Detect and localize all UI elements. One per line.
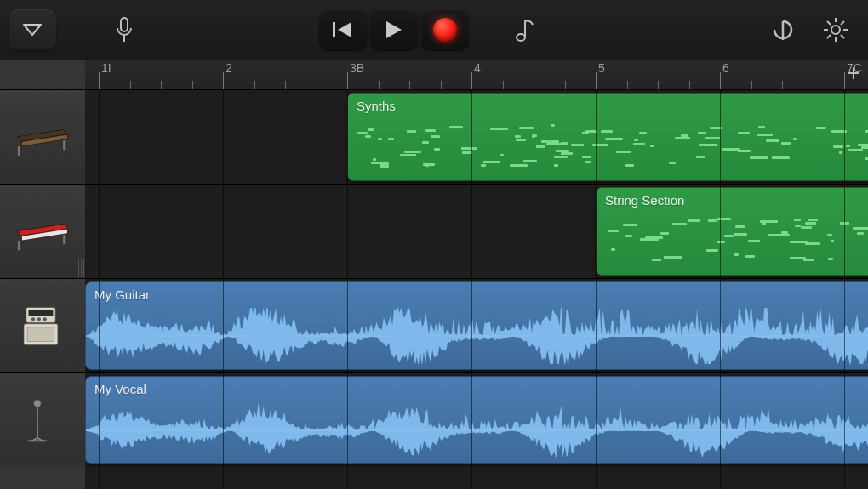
gridline: [347, 89, 348, 489]
midi-notes: [357, 122, 868, 173]
midi-notes: [605, 217, 868, 268]
track-header-vocal[interactable]: [0, 372, 85, 467]
ruler-bar-label: 6: [722, 61, 729, 75]
timeline: 1I23B4567C Synths String Section My Guit…: [85, 60, 868, 489]
region-strings[interactable]: String Section: [596, 187, 868, 276]
gridline: [471, 89, 472, 489]
input-mic-button[interactable]: [100, 9, 148, 50]
region-label: My Guitar: [94, 287, 868, 302]
lane-guitar[interactable]: My Guitar: [85, 278, 868, 372]
mic-icon: [116, 16, 133, 43]
rewind-button[interactable]: [319, 9, 367, 50]
svg-point-32: [34, 400, 42, 407]
region-guitar[interactable]: My Guitar: [85, 281, 868, 370]
settings-button[interactable]: [812, 9, 859, 50]
view-toggle-button[interactable]: [9, 9, 56, 50]
region-synths[interactable]: Synths: [347, 93, 868, 181]
svg-point-6: [517, 34, 525, 41]
note-tool-icon: [514, 17, 536, 43]
svg-line-16: [841, 21, 844, 25]
ruler-bar-label: 3B: [350, 61, 364, 75]
loop-icon: [769, 18, 797, 42]
guitar-amp-icon: [13, 303, 72, 350]
gridline: [596, 89, 597, 489]
svg-point-8: [831, 26, 840, 34]
record-button[interactable]: [421, 9, 469, 50]
region-label: Synths: [357, 99, 868, 113]
region-label: String Section: [605, 193, 868, 208]
gridline: [223, 89, 224, 489]
track-resize-handle[interactable]: [77, 257, 85, 279]
waveform: [86, 308, 868, 364]
svg-marker-4: [338, 22, 351, 37]
note-tool-button[interactable]: [501, 9, 549, 50]
play-button[interactable]: [370, 9, 418, 50]
track-header-synths[interactable]: [0, 89, 85, 184]
timeline-ruler[interactable]: 1I23B4567C: [85, 60, 868, 90]
mic-stand-icon: [13, 397, 72, 444]
ruler-spacer: [0, 60, 85, 89]
ruler-bar-label: 4: [474, 61, 481, 75]
svg-marker-0: [24, 25, 41, 35]
svg-rect-31: [27, 327, 54, 341]
region-label: My Vocal: [94, 382, 868, 396]
svg-marker-5: [386, 21, 402, 38]
gridline: [99, 89, 100, 489]
ruler-bar-label: 2: [226, 61, 232, 75]
lane-synths[interactable]: Synths: [85, 89, 868, 184]
svg-point-29: [43, 317, 47, 321]
ruler-bar-label: 5: [598, 61, 605, 75]
track-header-guitar[interactable]: [0, 278, 85, 372]
triangle-down-icon: [22, 23, 43, 37]
rewind-icon: [331, 20, 355, 39]
play-icon: [385, 20, 403, 40]
svg-line-13: [827, 21, 831, 25]
record-icon: [433, 18, 457, 42]
gridline: [720, 89, 721, 489]
svg-rect-3: [333, 22, 335, 37]
top-toolbar: [0, 0, 868, 60]
region-vocal[interactable]: My Vocal: [85, 376, 868, 464]
synth-keyboard-icon: [13, 114, 72, 161]
track-header-column: [0, 60, 85, 489]
gridline: [844, 89, 845, 489]
ruler-bar-label: 1I: [101, 61, 111, 75]
svg-point-28: [37, 317, 41, 321]
track-lanes: Synths String Section My Guitar My Voca: [85, 89, 868, 489]
waveform: [86, 402, 868, 458]
svg-point-27: [31, 317, 35, 321]
svg-rect-1: [121, 18, 128, 31]
svg-rect-26: [29, 310, 54, 316]
add-track-button[interactable]: +: [842, 63, 865, 85]
gear-icon: [822, 16, 849, 43]
svg-line-14: [841, 35, 844, 38]
svg-line-15: [827, 35, 831, 38]
lane-vocal[interactable]: My Vocal: [85, 372, 868, 467]
red-keyboard-icon: [13, 208, 72, 255]
loop-button[interactable]: [759, 9, 807, 50]
track-header-strings[interactable]: [0, 184, 85, 278]
lane-strings[interactable]: String Section: [85, 184, 868, 278]
